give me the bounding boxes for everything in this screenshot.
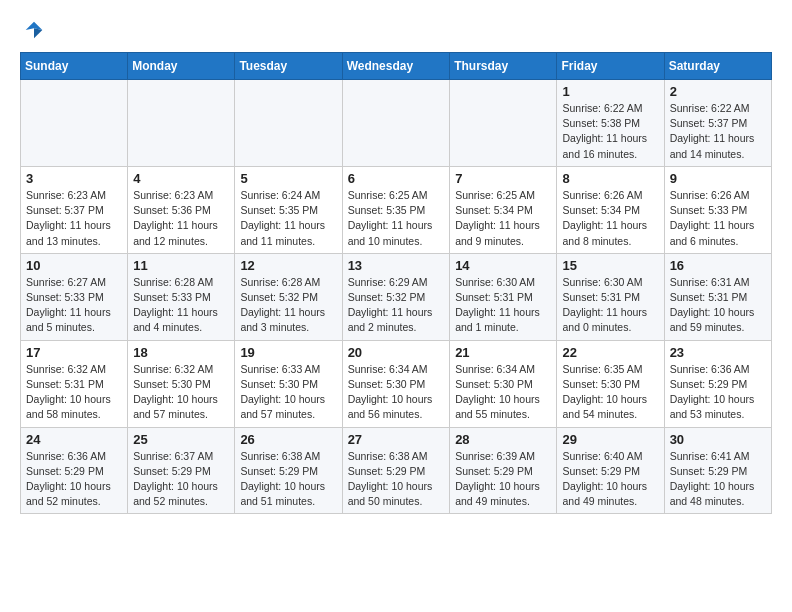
calendar-week-4: 17Sunrise: 6:32 AM Sunset: 5:31 PM Dayli… [21,340,772,427]
day-info: Sunrise: 6:24 AM Sunset: 5:35 PM Dayligh… [240,188,336,249]
day-number: 2 [670,84,766,99]
day-info: Sunrise: 6:23 AM Sunset: 5:37 PM Dayligh… [26,188,122,249]
day-info: Sunrise: 6:31 AM Sunset: 5:31 PM Dayligh… [670,275,766,336]
calendar-cell: 8Sunrise: 6:26 AM Sunset: 5:34 PM Daylig… [557,166,664,253]
day-number: 27 [348,432,445,447]
day-number: 24 [26,432,122,447]
calendar-cell: 24Sunrise: 6:36 AM Sunset: 5:29 PM Dayli… [21,427,128,514]
day-info: Sunrise: 6:22 AM Sunset: 5:37 PM Dayligh… [670,101,766,162]
day-number: 10 [26,258,122,273]
day-number: 18 [133,345,229,360]
day-info: Sunrise: 6:36 AM Sunset: 5:29 PM Dayligh… [670,362,766,423]
day-number: 22 [562,345,658,360]
calendar-cell: 20Sunrise: 6:34 AM Sunset: 5:30 PM Dayli… [342,340,450,427]
day-number: 8 [562,171,658,186]
calendar-table: SundayMondayTuesdayWednesdayThursdayFrid… [20,52,772,514]
day-info: Sunrise: 6:32 AM Sunset: 5:30 PM Dayligh… [133,362,229,423]
calendar-cell: 1Sunrise: 6:22 AM Sunset: 5:38 PM Daylig… [557,80,664,167]
calendar-cell: 4Sunrise: 6:23 AM Sunset: 5:36 PM Daylig… [128,166,235,253]
page-header [20,20,772,36]
col-header-sunday: Sunday [21,53,128,80]
calendar-cell: 17Sunrise: 6:32 AM Sunset: 5:31 PM Dayli… [21,340,128,427]
calendar-cell: 2Sunrise: 6:22 AM Sunset: 5:37 PM Daylig… [664,80,771,167]
calendar-header-row: SundayMondayTuesdayWednesdayThursdayFrid… [21,53,772,80]
day-info: Sunrise: 6:36 AM Sunset: 5:29 PM Dayligh… [26,449,122,510]
calendar-cell: 13Sunrise: 6:29 AM Sunset: 5:32 PM Dayli… [342,253,450,340]
day-number: 26 [240,432,336,447]
day-info: Sunrise: 6:41 AM Sunset: 5:29 PM Dayligh… [670,449,766,510]
day-info: Sunrise: 6:39 AM Sunset: 5:29 PM Dayligh… [455,449,551,510]
calendar-cell [235,80,342,167]
col-header-tuesday: Tuesday [235,53,342,80]
day-number: 6 [348,171,445,186]
calendar-cell: 15Sunrise: 6:30 AM Sunset: 5:31 PM Dayli… [557,253,664,340]
col-header-wednesday: Wednesday [342,53,450,80]
day-info: Sunrise: 6:37 AM Sunset: 5:29 PM Dayligh… [133,449,229,510]
logo [20,20,44,36]
day-number: 14 [455,258,551,273]
day-number: 28 [455,432,551,447]
calendar-cell: 30Sunrise: 6:41 AM Sunset: 5:29 PM Dayli… [664,427,771,514]
calendar-cell: 10Sunrise: 6:27 AM Sunset: 5:33 PM Dayli… [21,253,128,340]
day-number: 3 [26,171,122,186]
calendar-week-3: 10Sunrise: 6:27 AM Sunset: 5:33 PM Dayli… [21,253,772,340]
day-info: Sunrise: 6:38 AM Sunset: 5:29 PM Dayligh… [348,449,445,510]
col-header-saturday: Saturday [664,53,771,80]
day-info: Sunrise: 6:26 AM Sunset: 5:34 PM Dayligh… [562,188,658,249]
day-info: Sunrise: 6:38 AM Sunset: 5:29 PM Dayligh… [240,449,336,510]
day-number: 21 [455,345,551,360]
day-info: Sunrise: 6:33 AM Sunset: 5:30 PM Dayligh… [240,362,336,423]
day-info: Sunrise: 6:23 AM Sunset: 5:36 PM Dayligh… [133,188,229,249]
day-info: Sunrise: 6:25 AM Sunset: 5:34 PM Dayligh… [455,188,551,249]
day-info: Sunrise: 6:35 AM Sunset: 5:30 PM Dayligh… [562,362,658,423]
calendar-cell: 29Sunrise: 6:40 AM Sunset: 5:29 PM Dayli… [557,427,664,514]
calendar-cell: 11Sunrise: 6:28 AM Sunset: 5:33 PM Dayli… [128,253,235,340]
calendar-cell: 3Sunrise: 6:23 AM Sunset: 5:37 PM Daylig… [21,166,128,253]
day-info: Sunrise: 6:28 AM Sunset: 5:32 PM Dayligh… [240,275,336,336]
day-number: 13 [348,258,445,273]
day-number: 16 [670,258,766,273]
day-info: Sunrise: 6:34 AM Sunset: 5:30 PM Dayligh… [455,362,551,423]
day-info: Sunrise: 6:28 AM Sunset: 5:33 PM Dayligh… [133,275,229,336]
calendar-week-5: 24Sunrise: 6:36 AM Sunset: 5:29 PM Dayli… [21,427,772,514]
day-number: 20 [348,345,445,360]
col-header-friday: Friday [557,53,664,80]
day-number: 4 [133,171,229,186]
day-info: Sunrise: 6:25 AM Sunset: 5:35 PM Dayligh… [348,188,445,249]
day-info: Sunrise: 6:27 AM Sunset: 5:33 PM Dayligh… [26,275,122,336]
calendar-week-2: 3Sunrise: 6:23 AM Sunset: 5:37 PM Daylig… [21,166,772,253]
calendar-cell: 9Sunrise: 6:26 AM Sunset: 5:33 PM Daylig… [664,166,771,253]
logo-icon [24,20,44,40]
day-info: Sunrise: 6:32 AM Sunset: 5:31 PM Dayligh… [26,362,122,423]
calendar-cell [128,80,235,167]
day-info: Sunrise: 6:22 AM Sunset: 5:38 PM Dayligh… [562,101,658,162]
col-header-thursday: Thursday [450,53,557,80]
calendar-cell: 21Sunrise: 6:34 AM Sunset: 5:30 PM Dayli… [450,340,557,427]
calendar-cell: 19Sunrise: 6:33 AM Sunset: 5:30 PM Dayli… [235,340,342,427]
calendar-cell: 6Sunrise: 6:25 AM Sunset: 5:35 PM Daylig… [342,166,450,253]
calendar-cell: 25Sunrise: 6:37 AM Sunset: 5:29 PM Dayli… [128,427,235,514]
calendar-cell [450,80,557,167]
day-number: 7 [455,171,551,186]
day-number: 11 [133,258,229,273]
calendar-cell: 27Sunrise: 6:38 AM Sunset: 5:29 PM Dayli… [342,427,450,514]
day-info: Sunrise: 6:30 AM Sunset: 5:31 PM Dayligh… [562,275,658,336]
day-number: 23 [670,345,766,360]
calendar-cell: 18Sunrise: 6:32 AM Sunset: 5:30 PM Dayli… [128,340,235,427]
calendar-cell: 22Sunrise: 6:35 AM Sunset: 5:30 PM Dayli… [557,340,664,427]
day-number: 29 [562,432,658,447]
day-info: Sunrise: 6:30 AM Sunset: 5:31 PM Dayligh… [455,275,551,336]
calendar-cell [21,80,128,167]
day-number: 1 [562,84,658,99]
calendar-cell: 26Sunrise: 6:38 AM Sunset: 5:29 PM Dayli… [235,427,342,514]
day-info: Sunrise: 6:34 AM Sunset: 5:30 PM Dayligh… [348,362,445,423]
calendar-cell: 7Sunrise: 6:25 AM Sunset: 5:34 PM Daylig… [450,166,557,253]
calendar-cell: 5Sunrise: 6:24 AM Sunset: 5:35 PM Daylig… [235,166,342,253]
day-number: 15 [562,258,658,273]
day-number: 9 [670,171,766,186]
calendar-cell: 23Sunrise: 6:36 AM Sunset: 5:29 PM Dayli… [664,340,771,427]
col-header-monday: Monday [128,53,235,80]
day-info: Sunrise: 6:40 AM Sunset: 5:29 PM Dayligh… [562,449,658,510]
day-number: 19 [240,345,336,360]
day-number: 5 [240,171,336,186]
